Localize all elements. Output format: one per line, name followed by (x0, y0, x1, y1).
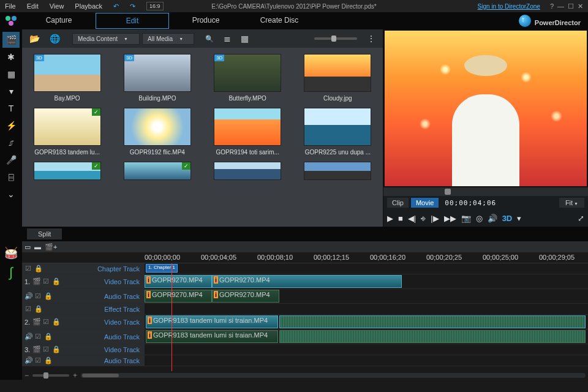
zoom-out-button[interactable]: − (24, 371, 29, 380)
track-toggle-icon[interactable]: ☑ (42, 318, 50, 326)
media-thumb[interactable]: GOPR9225 unu dupa ... (299, 108, 377, 156)
mode-edit[interactable]: Edit (96, 13, 169, 29)
3d-button[interactable]: 3D (502, 214, 513, 223)
play-button[interactable]: ▶ (387, 214, 393, 223)
track-toggle-icon[interactable]: ☑ (42, 345, 50, 353)
track-lane[interactable]: 1. Chapter 1 (145, 263, 588, 274)
media-thumb[interactable] (299, 162, 377, 180)
track-toggle-icon[interactable]: 🔒 (52, 277, 59, 285)
more-tab[interactable]: ⌄ (2, 186, 20, 202)
mixing-room-tab[interactable]: ⎎ (2, 135, 20, 151)
next-frame-button[interactable]: |▶ (431, 214, 439, 223)
track-toggle-icon[interactable]: 🔒 (52, 345, 59, 353)
track-lane[interactable]: iGOPR9270.MP4iGOPR9270.MP4 (145, 289, 588, 303)
timeline-hscroll[interactable] (81, 373, 586, 378)
snapshot-button[interactable]: 📷 (461, 214, 471, 223)
library-menu-icon[interactable]: ⋮ (363, 32, 379, 45)
track-lane[interactable] (145, 304, 588, 314)
timeline-clip[interactable] (279, 330, 586, 343)
undock-button[interactable]: ⤢ (578, 214, 584, 223)
timeline-clip[interactable]: iGOPR9183 tandem lumi si traian.MP4 (146, 315, 278, 328)
track-toggle-icon[interactable]: 🔒 (44, 333, 51, 341)
timeline-clip[interactable]: iGOPR9270.MP4 (212, 290, 279, 303)
media-thumb[interactable]: GOPR9192 flic.MP4 (118, 108, 196, 156)
media-thumb[interactable]: ✓ (28, 162, 106, 180)
media-thumb[interactable] (209, 162, 287, 180)
fit-dropdown[interactable]: Fit (559, 198, 584, 208)
track-header[interactable]: 3.🎬☑🔒Video Track (22, 344, 145, 355)
volume-button[interactable]: 🔊 (488, 214, 497, 223)
chapter-marker[interactable]: 1. Chapter 1 (146, 264, 178, 273)
track-header[interactable]: 🔊☑🔒Audio Track (22, 330, 145, 344)
timeline-clip[interactable] (279, 315, 586, 328)
preview-scrubber[interactable] (383, 187, 588, 196)
playhead[interactable] (172, 263, 172, 371)
fx-room-tab[interactable]: ✱ (2, 49, 20, 65)
3d-menu-icon[interactable]: ▾ (517, 214, 521, 223)
track-toggle-icon[interactable]: ☑ (34, 292, 42, 300)
menu-edit[interactable]: Edit (27, 2, 39, 10)
zoom-slider[interactable] (32, 374, 69, 377)
redo-button[interactable]: ↷ (130, 2, 135, 10)
title-room-tab[interactable]: T (2, 100, 20, 116)
media-room-tab[interactable]: 🎬 (2, 32, 20, 48)
track-toggle-icon[interactable]: 🔒 (34, 265, 42, 273)
track-compact-toggle[interactable]: ▬ (34, 243, 41, 251)
media-thumb[interactable]: 3DButterfly.MPO (209, 54, 287, 102)
undo-button[interactable]: ↶ (113, 2, 119, 10)
track-lane[interactable] (145, 344, 588, 355)
media-thumb[interactable]: ✓ (118, 162, 196, 180)
track-header[interactable]: 🔊☑🔒Audio Track (22, 355, 145, 366)
track-toggle-icon[interactable]: ☑ (42, 277, 50, 285)
media-thumb[interactable]: 3DBuilding.MPO (118, 54, 196, 102)
track-toggle-icon[interactable]: ☑ (34, 333, 42, 341)
track-view-toggle[interactable]: ▭ (24, 243, 31, 251)
timeline-clip[interactable]: iGOPR9270.MP4 (145, 290, 212, 303)
search-icon[interactable]: 🔍 (202, 33, 217, 45)
stop-button[interactable]: ■ (398, 214, 403, 223)
mode-create-disc[interactable]: Create Disc (243, 13, 316, 29)
timeline-view-button[interactable]: 🥁 (3, 245, 19, 261)
mode-produce[interactable]: Produce (169, 13, 243, 29)
track-header[interactable]: 1.🎬☑🔒Video Track (22, 274, 145, 288)
track-lane[interactable] (145, 355, 588, 366)
split-button[interactable]: Split (27, 228, 62, 239)
media-thumb[interactable]: GOPR9194 toti sarim... (209, 108, 287, 156)
content-filter-dropdown[interactable]: Media Content (72, 33, 140, 45)
timeline-ruler[interactable]: 00;00;00;0000;00;04;0500;00;08;1000;00;1… (22, 252, 588, 263)
track-header[interactable]: ☑🔒Chapter Track (22, 263, 145, 274)
media-thumb[interactable]: 3DBay.MPO (28, 54, 106, 102)
particle-room-tab[interactable]: ▾ (2, 83, 20, 99)
timeline-clip[interactable]: iGOPR9183 tandem lumi si traian.MP4 (146, 330, 278, 343)
seg-movie[interactable]: Movie (411, 198, 439, 208)
track-header[interactable]: 🔊☑🔒Audio Track (22, 289, 145, 303)
track-toggle-icon[interactable]: 🔒 (44, 356, 51, 364)
aspect-ratio[interactable]: 16:9 (146, 2, 164, 10)
track-toggle-icon[interactable]: ☑ (24, 305, 32, 313)
step-back-button[interactable]: ⎆ (421, 214, 426, 223)
import-button[interactable]: 📂 (26, 32, 43, 45)
track-toggle-icon[interactable]: 🔒 (34, 305, 42, 313)
zoom-in-button[interactable]: + (73, 371, 77, 380)
track-header[interactable]: 2.🎬☑🔒Video Track (22, 315, 145, 329)
menu-file[interactable]: File (5, 2, 16, 10)
loop-button[interactable]: ◎ (476, 214, 483, 223)
track-toggle-icon[interactable]: ☑ (24, 265, 32, 273)
help-button[interactable]: ? (550, 2, 554, 10)
upload-orb-icon[interactable] (519, 15, 531, 27)
fast-fwd-button[interactable]: ▶▶ (444, 214, 456, 223)
menu-playback[interactable]: Playback (75, 2, 102, 10)
prev-frame-button[interactable]: ◀| (408, 214, 416, 223)
preview-timecode[interactable]: 00;00;04;06 (445, 199, 496, 207)
minimize-button[interactable]: — (557, 2, 564, 10)
add-track-button[interactable]: 🎬+ (45, 243, 57, 251)
track-lane[interactable]: iGOPR9183 tandem lumi si traian.MP4 (145, 315, 588, 329)
seg-clip[interactable]: Clip (387, 198, 409, 208)
track-toggle-icon[interactable]: ☑ (34, 356, 42, 364)
download-button[interactable]: 🌐 (46, 32, 64, 45)
view-grid-icon[interactable]: ▦ (237, 32, 252, 45)
track-lane[interactable]: iGOPR9270.MP4iGOPR9270.MP4 (145, 274, 588, 288)
timeline-clip[interactable]: iGOPR9270.MP4 (212, 275, 402, 288)
chapter-room-tab[interactable]: ⌸ (2, 169, 20, 185)
preview-screen[interactable] (385, 31, 587, 186)
